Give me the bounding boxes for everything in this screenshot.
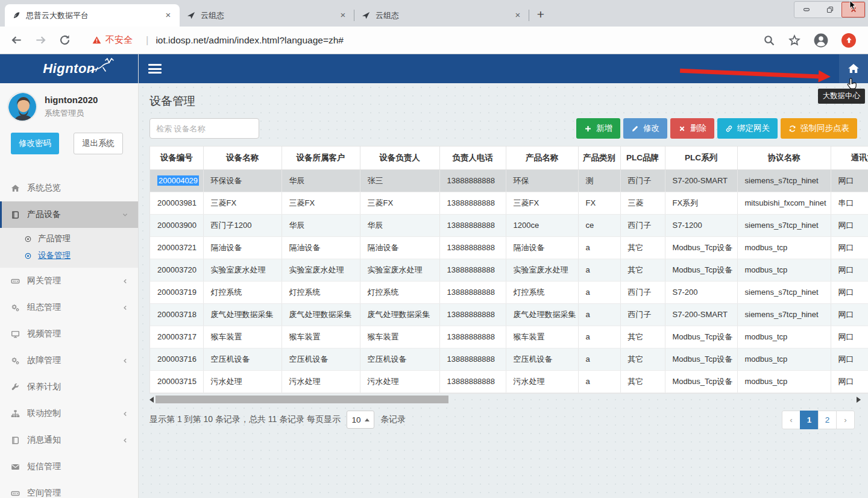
button-label: 删除 — [690, 123, 706, 134]
scroll-right-arrow[interactable] — [857, 397, 861, 403]
table-cell: siemens_s7tcp_hinet — [737, 303, 831, 326]
column-header[interactable]: 产品名称 — [506, 147, 578, 169]
bind-gateway-button[interactable]: 绑定网关 — [717, 118, 778, 139]
sidebar-item-组态管理[interactable]: 组态管理 — [0, 294, 138, 321]
security-indicator[interactable]: 不安全 — [92, 34, 133, 46]
address-separator: | — [146, 34, 148, 46]
table-row[interactable]: 200003718废气处理数据采集废气处理数据采集废气处理数据采集1388888… — [150, 303, 868, 326]
summary-suffix: 条记录 — [380, 414, 406, 425]
add-button[interactable]: 新增 — [576, 118, 620, 139]
page-button-1[interactable]: 1 — [800, 411, 819, 429]
cogs-icon — [11, 303, 20, 312]
force-sync-button[interactable]: 强制同步点表 — [781, 118, 857, 139]
table-row[interactable]: 200003715污水处理污水处理污水处理13888888888污水处理a其它M… — [150, 370, 868, 392]
sidebar-item-视频管理[interactable]: 视频管理 — [0, 321, 138, 347]
sidebar-item-系统总览[interactable]: 系统总览 — [0, 175, 138, 201]
bookmark-star-icon[interactable] — [788, 34, 800, 46]
search-input[interactable] — [149, 118, 259, 139]
sidebar-item-产品设备[interactable]: 产品设备 — [0, 201, 138, 228]
sidebar-item-消息通知[interactable]: 消息通知 — [0, 427, 138, 453]
new-tab-button[interactable]: + — [532, 6, 550, 24]
plane-icon — [187, 11, 196, 20]
column-header[interactable]: 负责人电话 — [439, 147, 506, 169]
column-header[interactable]: PLC系列 — [665, 147, 737, 169]
tab-close-icon[interactable]: × — [338, 10, 348, 21]
tab-close-icon[interactable]: × — [512, 10, 523, 21]
table-cell: siemens_s7tcp_hinet — [737, 214, 831, 236]
url-field[interactable]: iot.idosp.net/admin/index.html?language=… — [156, 35, 763, 46]
table-cell: 200003715 — [150, 370, 203, 392]
table-row[interactable]: 200003900西门子1200华辰华辰138888888881200cece西… — [150, 214, 868, 236]
content-area: 设备管理 新增修改删除绑定网关强制同步点表 设备编号设备名称设备所属客户设备负责… — [139, 83, 868, 498]
horizontal-scrollbar[interactable] — [149, 396, 861, 403]
column-header[interactable]: 设备所属客户 — [281, 147, 360, 169]
zoom-icon[interactable] — [763, 34, 775, 46]
forward-button[interactable] — [33, 33, 48, 48]
column-header[interactable]: 协议名称 — [737, 147, 831, 169]
table-cell: 实验室废水处理 — [360, 259, 439, 281]
chevron-left-icon — [122, 358, 128, 364]
avatar-image — [8, 93, 37, 122]
table-cell: 灯控系统 — [506, 281, 578, 303]
back-button[interactable] — [8, 33, 24, 48]
column-header[interactable]: 设备编号 — [150, 147, 203, 169]
wrench-icon — [11, 383, 20, 392]
column-header[interactable]: PLC品牌 — [620, 147, 665, 169]
sidebar-item-网关管理[interactable]: 网关管理 — [0, 268, 138, 294]
table-row[interactable]: 200003717猴车装置猴车装置猴车装置13888888888猴车装置a其它M… — [150, 326, 868, 348]
sidebar-item-空间管理[interactable]: 空间管理 — [0, 480, 138, 498]
reload-button[interactable] — [57, 33, 72, 48]
table-row[interactable]: 200003720实验室废水处理实验室废水处理实验室废水处理1388888888… — [150, 259, 868, 281]
scroll-left-arrow[interactable] — [149, 397, 154, 403]
restore-button[interactable] — [818, 2, 841, 17]
delete-button[interactable]: 删除 — [670, 118, 714, 139]
extension-button[interactable] — [841, 33, 856, 48]
column-header[interactable]: 产品类别 — [578, 147, 620, 169]
button-label: 绑定网关 — [737, 123, 770, 134]
sidebar-item-短信管理[interactable]: 短信管理 — [0, 453, 138, 480]
table-cell: Modbus_Tcp设备 — [665, 370, 737, 392]
prev-page-button[interactable]: ‹ — [782, 411, 800, 429]
table-row[interactable]: 200003716空压机设备空压机设备空压机设备13888888888空压机设备… — [150, 348, 868, 370]
scrollbar-thumb[interactable] — [156, 396, 448, 403]
change-password-button[interactable]: 修改密码 — [11, 133, 59, 154]
sidebar-item-故障管理[interactable]: 故障管理 — [0, 347, 138, 374]
sitemap-icon — [11, 409, 20, 418]
sidebar-item-label: 产品设备 — [27, 209, 61, 220]
column-header[interactable]: 设备负责人 — [360, 147, 439, 169]
table-row[interactable]: 200003721隔油设备隔油设备隔油设备13888888888隔油设备a其它M… — [150, 236, 868, 259]
table-cell: a — [578, 259, 620, 281]
minimize-button[interactable] — [794, 2, 818, 17]
table-cell: ce — [578, 214, 620, 236]
profile-icon[interactable] — [814, 33, 828, 48]
dot-circle-icon — [24, 252, 32, 260]
table-row[interactable]: 200003981三菱FX三菱FX三菱FX13888888888三菱FXFX三菱… — [150, 192, 868, 214]
column-header[interactable]: 设备名称 — [203, 147, 281, 169]
sidebar-subitem-设备管理[interactable]: 设备管理 — [0, 247, 138, 264]
table-cell: modbus_tcp — [737, 370, 831, 392]
browser-tab[interactable]: 思普云大数据平台× — [5, 4, 180, 27]
table-row[interactable]: 200003719灯控系统灯控系统灯控系统13888888888灯控系统a西门子… — [150, 281, 868, 303]
menu-toggle-button[interactable] — [148, 63, 162, 75]
sidebar-subitem-产品管理[interactable]: 产品管理 — [0, 230, 138, 247]
forward-icon — [35, 34, 46, 46]
browser-tab[interactable]: 云组态× — [180, 4, 354, 27]
sidebar-item-联动控制[interactable]: 联动控制 — [0, 400, 138, 427]
page-size-select[interactable]: 10 — [347, 411, 374, 429]
table-cell: 三菱FX — [281, 192, 360, 214]
record-summary: 显示第 1 到第 10 条记录，总共 11 条记录 每页显示 10 条记录 — [149, 411, 406, 429]
table-row[interactable]: 200004029环保设备华辰张三13888888888环保测西门子S7-200… — [150, 169, 868, 192]
logout-button[interactable]: 退出系统 — [74, 133, 123, 154]
table-cell: 13888888888 — [439, 169, 506, 192]
edit-button[interactable]: 修改 — [623, 118, 667, 139]
tab-close-icon[interactable]: × — [163, 10, 174, 21]
page-button-2[interactable]: 2 — [818, 411, 837, 429]
column-header[interactable]: 通讯方式 — [831, 147, 868, 169]
back-icon — [11, 34, 22, 46]
table-cell: Modbus_Tcp设备 — [665, 236, 737, 259]
avatar[interactable] — [7, 92, 37, 122]
browser-tab[interactable]: 云组态× — [354, 4, 529, 27]
sidebar-item-保养计划[interactable]: 保养计划 — [0, 374, 138, 400]
reload-icon — [59, 34, 71, 46]
next-page-button[interactable]: › — [836, 411, 855, 429]
